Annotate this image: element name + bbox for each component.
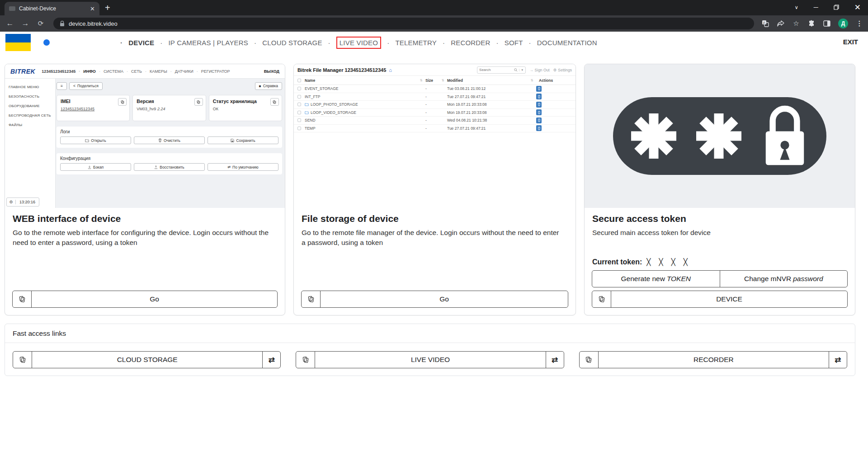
nav-item-recorder[interactable]: RECORDER [443, 39, 491, 47]
config-restore-button[interactable]: Восстановить [134, 163, 205, 171]
logs-open-button[interactable]: Открыть [60, 136, 131, 144]
storage-go-button[interactable]: Go [301, 291, 568, 308]
row-delete-button[interactable] [536, 86, 542, 92]
sort-icon[interactable]: ⇅ [442, 79, 447, 82]
sort-icon[interactable]: ⇅ [420, 79, 425, 82]
side-panel-icon[interactable] [823, 19, 831, 28]
profile-avatar[interactable]: Д [838, 19, 848, 28]
exit-link[interactable]: EXIT [843, 38, 858, 46]
config-backup-button[interactable]: Бэкап [60, 163, 131, 171]
window-minimize-icon[interactable]: ─ [814, 4, 818, 11]
sidebar-item-files[interactable]: ФАЙЛЫ [9, 123, 55, 127]
fast-link-recorder[interactable]: RECORDER ⇄ [579, 351, 847, 368]
row-delete-button[interactable] [536, 125, 542, 131]
menu-kebab-icon[interactable]: ⋮ [855, 19, 863, 28]
trash-icon [538, 95, 541, 99]
nav-item-soft[interactable]: SOFT [496, 39, 523, 47]
change-password-button[interactable]: Change mNVRpassword [720, 271, 848, 287]
sidebar-item-equipment[interactable]: ОБОРУДОВАНИЕ [9, 104, 55, 108]
select-all-checkbox[interactable] [297, 79, 301, 82]
sign-out-link[interactable]: →Sign Out [529, 68, 550, 72]
search-options-caret-icon[interactable]: ▼ [519, 69, 524, 71]
forward-icon[interactable]: → [20, 19, 31, 28]
web-go-button[interactable]: Go [12, 291, 278, 308]
nav-item-documentation[interactable]: DOCUMENTATION [529, 39, 597, 47]
row-delete-button[interactable] [536, 94, 542, 99]
row-checkbox[interactable] [297, 127, 301, 130]
file-row[interactable]: LOOP_PHOTO_STORAGE - Mon 19.07.21 20:33:… [294, 101, 576, 109]
token-illustration [585, 64, 855, 208]
row-checkbox[interactable] [297, 118, 301, 122]
device-imei-nav: 123451234512345 [42, 69, 75, 74]
mini-sidebar: ГЛАВНОЕ МЕНЮ БЕЗОПАСНОСТЬ ОБОРУДОВАНИЕ Б… [5, 79, 56, 208]
gear-icon[interactable]: ⚙ [7, 200, 16, 204]
browser-tab[interactable]: Cabinet-Device ✕ [5, 2, 99, 15]
folder-icon [305, 103, 309, 106]
help-button[interactable]: ■Справка [255, 82, 282, 90]
file-row[interactable]: SEND - Wed 04.08.21 10:21:38 [294, 117, 576, 125]
window-restore-icon[interactable] [834, 5, 839, 10]
generate-token-button[interactable]: Generate newTOKEN [592, 271, 720, 287]
logs-save-button[interactable]: Сохранить [208, 136, 278, 144]
file-row[interactable]: LOOP_VIDEO_STORAGE - Mon 19.07.21 20:33:… [294, 109, 576, 117]
sort-icon[interactable]: ⇅ [531, 79, 536, 82]
extensions-puzzle-icon[interactable] [807, 19, 816, 28]
share-icon[interactable] [777, 19, 785, 28]
row-delete-button[interactable] [536, 102, 542, 108]
window-close-icon[interactable]: ✕ [854, 3, 861, 12]
nav-item-device[interactable]: DEVICE [120, 39, 154, 47]
tab-search-chevron-icon[interactable]: ∨ [795, 5, 798, 10]
transfer-arrows-icon: ⇄ [262, 352, 280, 368]
row-checkbox[interactable] [297, 95, 301, 99]
share-button[interactable]: <Поделиться [69, 82, 103, 90]
copy-imei-button[interactable] [118, 98, 127, 106]
reload-icon[interactable]: ⟳ [35, 19, 46, 28]
new-tab-button[interactable]: + [105, 3, 110, 12]
address-bar[interactable]: device.bitrek.video [53, 18, 754, 29]
row-checkbox[interactable] [297, 87, 301, 90]
list-view-button[interactable]: ≡ [57, 82, 67, 90]
row-checkbox[interactable] [297, 103, 301, 106]
site-navbar: DEVICE IP CAMERAS | PLAYERS CLOUD STORAG… [0, 32, 868, 53]
mini-logout-link[interactable]: ВЫХОД [264, 69, 279, 74]
row-delete-button[interactable] [536, 118, 542, 123]
ukraine-flag-logo [5, 34, 31, 51]
copy-status-button[interactable] [270, 98, 279, 106]
sidebar-item-main-menu[interactable]: ГЛАВНОЕ МЕНЮ [9, 85, 55, 89]
row-checkbox[interactable] [297, 111, 301, 114]
mini-nav-network[interactable]: СЕТЬ [127, 69, 142, 74]
settings-link[interactable]: ⚙Settings [553, 68, 572, 72]
mini-nav-recorder[interactable]: РЕГИСТРАТОР [197, 69, 230, 74]
mini-nav-cameras[interactable]: КАМЕРЫ [145, 69, 167, 74]
logs-clear-button[interactable]: Очистить [134, 136, 205, 144]
bookmark-star-icon[interactable]: ☆ [792, 19, 800, 28]
asterisk-icon [696, 113, 741, 159]
mini-nav-system[interactable]: СИСТЕМА [99, 69, 123, 74]
mini-nav-info[interactable]: ИНФО [79, 69, 96, 74]
tab-close-icon[interactable]: ✕ [90, 5, 95, 12]
file-row[interactable]: INT_FTP - Tue 27.07.21 09:47:21 [294, 93, 576, 101]
mini-nav-sensors[interactable]: ДАТЧИКИ [170, 69, 193, 74]
translate-icon[interactable]: A [761, 19, 769, 28]
card-file-storage: Bitrek File Manager 123451234512345 ⌂ ▼ … [293, 64, 576, 315]
sidebar-item-wireless[interactable]: БЕСПРОВОДНАЯ СЕТЬ [9, 113, 55, 118]
home-icon[interactable]: ⌂ [389, 67, 392, 73]
config-defaults-button[interactable]: ⇄По умолчанию [208, 163, 278, 171]
file-row[interactable]: EVENT_STORAGE - Tue 03.08.21 21:00:12 [294, 85, 576, 93]
nav-item-live-video[interactable]: LIVE VIDEO [328, 37, 382, 49]
imei-value-link[interactable]: 123451234512345 [61, 107, 126, 111]
device-button[interactable]: DEVICE [592, 291, 848, 308]
back-icon[interactable]: ← [5, 19, 15, 28]
sidebar-item-security[interactable]: БЕЗОПАСНОСТЬ [9, 94, 55, 99]
file-row[interactable]: TEMP - Tue 27.07.21 09:47:21 [294, 125, 576, 133]
fast-link-cloud-storage[interactable]: CLOUD STORAGE ⇄ [13, 351, 281, 368]
row-delete-button[interactable] [536, 109, 542, 115]
tab-title: Cabinet-Device [19, 5, 86, 12]
file-search-input[interactable]: ▼ [477, 66, 526, 74]
transfer-arrows-icon: ⇄ [829, 352, 847, 368]
nav-item-telemetry[interactable]: TELEMETRY [387, 39, 437, 47]
fast-link-live-video[interactable]: LIVE VIDEO ⇄ [296, 351, 564, 368]
nav-item-ip-cameras[interactable]: IP CAMERAS | PLAYERS [160, 39, 248, 47]
copy-version-button[interactable] [194, 98, 203, 106]
nav-item-cloud-storage[interactable]: CLOUD STORAGE [254, 39, 322, 47]
